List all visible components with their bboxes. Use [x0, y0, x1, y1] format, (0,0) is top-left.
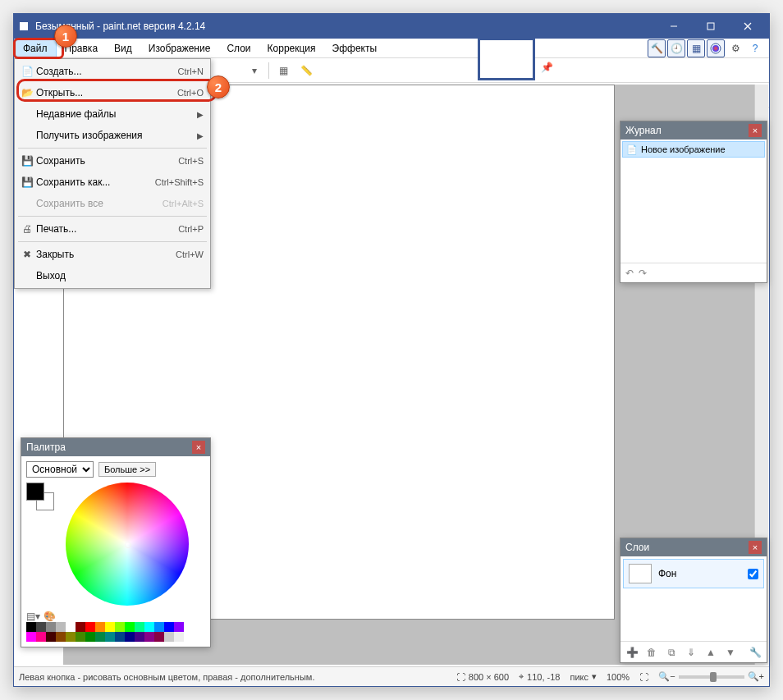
swatch[interactable] [125, 622, 135, 632]
tools-panel-toggle[interactable]: 🔨 [648, 39, 666, 57]
swatch[interactable] [85, 632, 95, 642]
swatch[interactable] [36, 622, 46, 632]
unit-dropdown-icon[interactable]: ▾ [592, 671, 597, 682]
grid-icon[interactable]: ▦ [274, 62, 292, 80]
colors-panel-toggle[interactable] [707, 39, 725, 57]
swatch[interactable] [46, 622, 56, 632]
layer-duplicate-icon[interactable]: ⧉ [663, 644, 680, 661]
swatch[interactable] [66, 622, 76, 632]
menu-layers[interactable]: Слои [218, 39, 259, 57]
app-window: Безымянный - paint.net версия 4.2.14 Фай… [13, 13, 770, 687]
layers-panel-toggle[interactable]: ▦ [687, 39, 705, 57]
close-file-icon: ✖ [18, 249, 36, 260]
primary-color-swatch[interactable] [26, 483, 44, 501]
swatch[interactable] [125, 632, 135, 642]
file-recent[interactable]: Недавние файлы ▶ [15, 103, 210, 125]
layer-up-icon[interactable]: ▲ [703, 644, 719, 661]
swatch[interactable] [154, 622, 164, 632]
swatch[interactable] [144, 622, 154, 632]
history-item[interactable]: 📄 Новое изображение [622, 141, 765, 158]
maximize-button[interactable] [692, 14, 729, 39]
swatch[interactable] [66, 632, 76, 642]
layer-add-icon[interactable]: ➕ [624, 644, 640, 661]
swatch[interactable] [85, 622, 95, 632]
history-close-icon[interactable]: × [749, 124, 762, 137]
zoom-in-icon[interactable]: 🔍+ [748, 671, 764, 682]
palette-mode-combo[interactable]: Основной [26, 461, 94, 478]
swatch[interactable] [164, 632, 174, 642]
file-exit[interactable]: Выход [15, 265, 210, 286]
redo-icon[interactable]: ↷ [639, 268, 647, 279]
swatch[interactable] [95, 632, 105, 642]
palette-close-icon[interactable]: × [192, 441, 205, 454]
document-thumbnail[interactable] [478, 38, 535, 80]
minimize-button[interactable] [655, 14, 692, 39]
swatch[interactable] [36, 632, 46, 642]
ruler-icon[interactable]: 📏 [297, 62, 315, 80]
layers-panel-header[interactable]: Слои × [620, 538, 767, 556]
tb-dropdown-icon[interactable]: ▾ [245, 62, 263, 80]
swatch[interactable] [46, 632, 56, 642]
file-open[interactable]: 📂 Открыть... Ctrl+O [15, 82, 210, 103]
swatch[interactable] [56, 622, 66, 632]
layer-visible-checkbox[interactable] [748, 569, 758, 579]
swatch[interactable] [56, 632, 66, 642]
svg-point-7 [712, 45, 719, 52]
menu-image[interactable]: Изображение [140, 39, 219, 57]
color-swatch-pair[interactable] [26, 483, 56, 510]
color-wheel[interactable] [66, 483, 189, 606]
open-folder-icon: 📂 [18, 87, 36, 98]
menu-adjust[interactable]: Коррекция [259, 39, 324, 57]
menu-view[interactable]: Вид [106, 39, 140, 57]
file-new[interactable]: 📄 Создать... Ctrl+N [15, 61, 210, 82]
swatch[interactable] [115, 622, 125, 632]
history-panel-toggle[interactable]: 🕘 [667, 39, 685, 57]
zoom-slider[interactable] [679, 675, 744, 679]
swatch[interactable] [95, 622, 105, 632]
close-button[interactable] [729, 14, 766, 39]
swatch[interactable] [135, 632, 144, 642]
file-acquire[interactable]: Получить изображения ▶ [15, 125, 210, 146]
swatch[interactable] [26, 632, 36, 642]
swatch[interactable] [76, 622, 85, 632]
swatch[interactable] [174, 622, 184, 632]
swatch[interactable] [174, 632, 184, 642]
undo-icon[interactable]: ↶ [625, 268, 634, 279]
palette-more-button[interactable]: Больше >> [98, 462, 156, 477]
layer-row[interactable]: Фон [623, 559, 764, 588]
swatch[interactable] [26, 622, 36, 632]
swatch-strip[interactable] [26, 622, 205, 642]
help-icon[interactable]: ? [746, 39, 764, 57]
history-panel-header[interactable]: Журнал × [620, 121, 767, 140]
callout-badge-2: 2 [207, 75, 230, 98]
fit-icon[interactable]: ⛶ [639, 672, 648, 682]
zoom-out-icon[interactable]: 🔍− [658, 671, 675, 682]
swatch[interactable] [154, 632, 164, 642]
layer-delete-icon[interactable]: 🗑 [643, 644, 660, 661]
layer-merge-icon[interactable]: ⇓ [683, 644, 699, 661]
swatch[interactable] [105, 622, 115, 632]
file-close[interactable]: ✖ Закрыть Ctrl+W [15, 244, 210, 265]
layer-down-icon[interactable]: ▼ [722, 644, 739, 661]
palette-panel-header[interactable]: Палитра × [21, 438, 210, 456]
settings-icon[interactable]: ⚙ [726, 39, 744, 57]
layer-properties-icon[interactable]: 🔧 [747, 644, 763, 661]
svg-rect-3 [707, 23, 714, 30]
file-print[interactable]: 🖨 Печать... Ctrl+P [15, 218, 210, 240]
swatch[interactable] [135, 622, 144, 632]
swatch[interactable] [105, 632, 115, 642]
swatch[interactable] [144, 632, 154, 642]
pin-icon[interactable]: 📌 [538, 59, 555, 75]
file-save[interactable]: 💾 Сохранить Ctrl+S [15, 150, 210, 172]
status-pos: 110, -18 [527, 672, 560, 682]
palette-manage-icon[interactable]: 🎨 [44, 611, 56, 622]
swatch[interactable] [76, 632, 85, 642]
file-saveas[interactable]: 💾 Сохранить как... Ctrl+Shift+S [15, 172, 210, 193]
layers-close-icon[interactable]: × [749, 541, 762, 554]
menu-effects[interactable]: Эффекты [324, 39, 386, 57]
swatch[interactable] [115, 632, 125, 642]
menu-file[interactable]: Файл [14, 39, 57, 57]
menubar: Файл Правка Вид Изображение Слои Коррекц… [14, 39, 769, 58]
palette-menu-icon[interactable]: ▤▾ [26, 611, 40, 622]
swatch[interactable] [164, 622, 174, 632]
